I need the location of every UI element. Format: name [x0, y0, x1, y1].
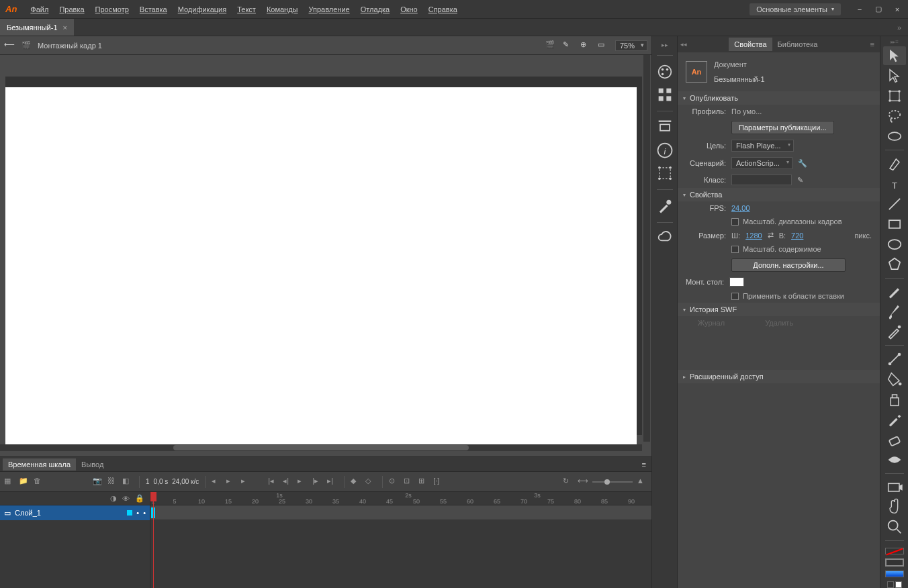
panel-collapse-icon[interactable]: »: [891, 23, 908, 32]
section-properties[interactable]: Свойства: [678, 188, 880, 201]
fill-color-swatch[interactable]: [885, 571, 904, 577]
document-tab[interactable]: Безымянный-1 ×: [0, 19, 74, 36]
close-button[interactable]: ×: [892, 5, 903, 14]
insert-blank-keyframe-icon[interactable]: ◇: [365, 477, 376, 487]
swatches-panel-icon[interactable]: [655, 85, 674, 104]
selection-tool[interactable]: [883, 46, 906, 65]
zoom-dropdown[interactable]: 75%: [615, 40, 647, 51]
brush-library-panel-icon[interactable]: [655, 197, 674, 215]
stroke-color-swatch[interactable]: [885, 548, 904, 554]
horizontal-scrollbar[interactable]: [0, 444, 642, 451]
lock-icon[interactable]: 🔒: [135, 494, 144, 503]
menu-file[interactable]: Файл: [25, 3, 54, 16]
layer-parenting-icon[interactable]: ⛓: [107, 477, 118, 487]
section-swf-history[interactable]: История SWF: [678, 303, 880, 316]
go-first-icon[interactable]: |◂: [268, 477, 279, 487]
cc-libraries-panel-icon[interactable]: [655, 230, 674, 248]
script-dropdown[interactable]: ActionScrip...: [731, 157, 792, 169]
layer-name[interactable]: Слой_1: [15, 509, 41, 517]
width-value[interactable]: 1280: [745, 232, 762, 240]
free-transform-tool[interactable]: [883, 87, 906, 105]
clip-icon[interactable]: ▭: [598, 40, 608, 51]
new-layer-icon[interactable]: ▦: [4, 477, 15, 487]
frame-track[interactable]: [150, 505, 651, 520]
scale-content-checkbox[interactable]: Масштаб. содержимое: [731, 245, 821, 253]
pen-tool[interactable]: [883, 154, 906, 173]
layer-lock-dot[interactable]: •: [143, 509, 146, 517]
menu-modify[interactable]: Модификация: [173, 3, 232, 16]
step-back-icon[interactable]: ◂|: [283, 477, 293, 487]
height-value[interactable]: 720: [791, 232, 803, 240]
section-publish[interactable]: Опубликовать: [678, 91, 880, 105]
camera-tool[interactable]: [883, 477, 906, 496]
paint-brush-tool[interactable]: [883, 322, 906, 341]
delete-layer-icon[interactable]: 🗑: [34, 477, 44, 487]
eyedropper-tool[interactable]: [883, 410, 906, 429]
target-dropdown[interactable]: Flash Playe...: [731, 140, 794, 152]
fps-display[interactable]: 24,00 к/с: [172, 478, 199, 485]
section-accessibility[interactable]: Расширенный доступ: [678, 370, 880, 383]
frame-span-icon[interactable]: ⟷: [578, 477, 588, 487]
workspace-dropdown[interactable]: Основные элементы▾: [750, 3, 841, 15]
layer-row[interactable]: ▭ Слой_1 • •: [0, 505, 150, 520]
layer-depth-icon[interactable]: ◧: [122, 477, 133, 487]
swap-colors-icon[interactable]: [895, 581, 902, 588]
menu-commands[interactable]: Команды: [261, 3, 304, 16]
menu-window[interactable]: Окно: [395, 3, 423, 16]
advanced-settings-button[interactable]: Дополн. настройки...: [731, 258, 846, 272]
polystar-tool[interactable]: [883, 255, 906, 274]
layer-visible-dot[interactable]: •: [136, 509, 139, 517]
maximize-button[interactable]: ▢: [873, 5, 884, 14]
text-tool[interactable]: T: [883, 175, 906, 193]
insert-keyframe-icon[interactable]: ◆: [351, 477, 361, 487]
rectangle-tool[interactable]: [883, 215, 906, 234]
collapse-panel-icon[interactable]: ◂◂: [680, 41, 687, 48]
layer-color-swatch[interactable]: [127, 510, 132, 516]
tab-timeline[interactable]: Временная шкала: [3, 458, 76, 471]
center-stage-icon[interactable]: ⊕: [580, 40, 591, 51]
back-icon[interactable]: ⟵: [4, 40, 15, 51]
info-panel-icon[interactable]: i: [655, 141, 674, 160]
expand-tools-icon[interactable]: ▸▸ ≡: [891, 39, 898, 45]
stage-area[interactable]: [0, 55, 651, 456]
tab-library[interactable]: Библиотека: [772, 38, 823, 51]
bone-tool[interactable]: [883, 350, 906, 369]
go-last-icon[interactable]: ▸|: [327, 477, 338, 487]
width-tool[interactable]: [883, 450, 906, 469]
profile-value[interactable]: По умо...: [731, 107, 762, 115]
tab-output[interactable]: Вывод: [76, 458, 109, 471]
play-alt-icon[interactable]: ▸: [298, 477, 308, 487]
edit-class-icon[interactable]: ✎: [797, 176, 803, 185]
align-panel-icon[interactable]: [655, 118, 674, 137]
step-fwd-one-icon[interactable]: ▸: [241, 477, 252, 487]
line-tool[interactable]: [883, 195, 906, 213]
brush-tool[interactable]: [883, 302, 906, 321]
transform-panel-icon[interactable]: [655, 164, 674, 183]
loop-icon[interactable]: ↻: [563, 477, 574, 487]
default-colors-icon[interactable]: [887, 581, 894, 588]
eraser-tool[interactable]: [883, 430, 906, 449]
scene-name[interactable]: Монтажный кадр 1: [38, 42, 102, 50]
ink-bottle-tool[interactable]: [883, 390, 906, 409]
menu-control[interactable]: Управление: [304, 3, 355, 16]
wrench-icon[interactable]: 🔧: [798, 159, 807, 168]
lasso-tool[interactable]: [883, 107, 906, 126]
minimize-button[interactable]: −: [854, 5, 865, 14]
vertical-scrollbar[interactable]: [643, 55, 650, 442]
tab-properties[interactable]: Свойства: [729, 38, 772, 51]
hand-tool[interactable]: [883, 497, 906, 516]
onion-outline-icon[interactable]: ⊡: [404, 477, 414, 487]
stage-color-swatch[interactable]: [729, 277, 744, 287]
color-panel-icon[interactable]: [655, 62, 674, 81]
class-input[interactable]: [731, 175, 792, 185]
menu-debug[interactable]: Отладка: [355, 3, 395, 16]
onion-skin-icon[interactable]: ⊙: [389, 477, 400, 487]
fill-color-box[interactable]: [885, 558, 904, 566]
canvas[interactable]: [5, 87, 637, 448]
new-folder-icon[interactable]: 📁: [19, 477, 30, 487]
clapper-icon[interactable]: 🎬: [545, 40, 556, 51]
pencil-tool[interactable]: [883, 282, 906, 301]
panel-menu-icon[interactable]: ≡: [865, 40, 880, 48]
camera-icon[interactable]: 📷: [93, 477, 103, 487]
play-icon[interactable]: ▸: [226, 477, 237, 487]
